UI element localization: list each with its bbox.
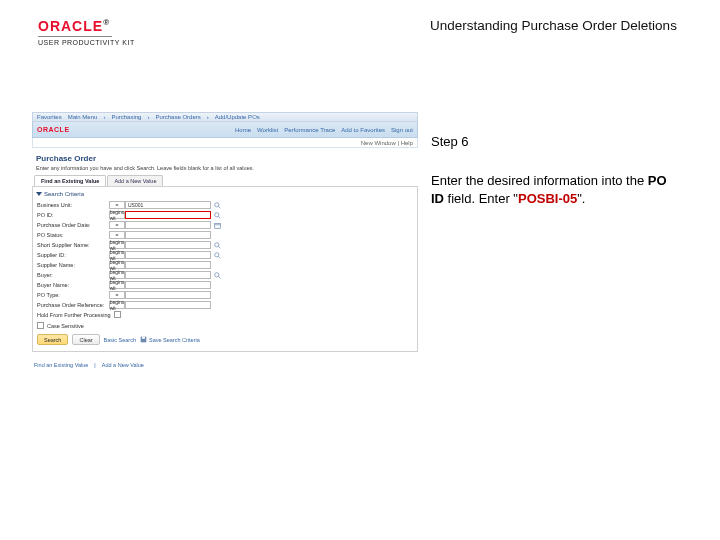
- breadcrumb-bar: Favorites Main Menu › Purchasing › Purch…: [32, 112, 418, 122]
- breadcrumb-item[interactable]: Add/Update POs: [215, 114, 260, 120]
- global-nav-bar: ORACLE Home Worklist Performance Trace A…: [32, 122, 418, 138]
- header: ORACLE® USER PRODUCTIVITY KIT Understand…: [38, 18, 690, 49]
- input-buyer-name[interactable]: [125, 281, 211, 289]
- section-header-text: Search Criteria: [44, 191, 84, 197]
- lookup-po-id[interactable]: [211, 211, 223, 219]
- footer-tabs: Find an Existing Value | Add a New Value: [32, 362, 418, 368]
- footer-sep: |: [94, 362, 95, 368]
- checkbox-hold[interactable]: [114, 311, 121, 318]
- input-short-supplier[interactable]: [125, 241, 211, 249]
- op-supplier-name[interactable]: begins wit: [109, 261, 125, 269]
- label-supplier-name: Supplier Name:: [37, 262, 109, 268]
- row-hold: Hold From Further Processing: [37, 311, 223, 318]
- label-po-status: PO Status:: [37, 232, 109, 238]
- basic-search-link[interactable]: Basic Search: [104, 337, 136, 343]
- input-po-date[interactable]: [125, 221, 211, 229]
- svg-point-2: [214, 212, 218, 216]
- tab-find-existing[interactable]: Find an Existing Value: [34, 175, 106, 186]
- instruction-text: Enter the desired information into the P…: [431, 172, 681, 207]
- input-po-reference[interactable]: [125, 301, 211, 309]
- label-po-type: PO Type:: [37, 292, 109, 298]
- save-search-text: Save Search Criteria: [149, 337, 200, 343]
- svg-point-8: [214, 252, 218, 256]
- breadcrumb-sep: ›: [147, 114, 149, 120]
- input-supplier-id[interactable]: [125, 251, 211, 259]
- input-buyer[interactable]: [125, 271, 211, 279]
- instr-value: POSBI-05: [518, 191, 577, 206]
- breadcrumb-sep: ›: [207, 114, 209, 120]
- label-buyer-name: Buyer Name:: [37, 282, 109, 288]
- instr-part3: ".: [577, 191, 585, 206]
- label-case-sensitive: Case Sensitive: [47, 323, 84, 329]
- label-business-unit: Business Unit:: [37, 202, 109, 208]
- svg-line-1: [218, 206, 220, 208]
- nav-signout[interactable]: Sign out: [391, 127, 413, 133]
- lookup-supplier-id[interactable]: [211, 251, 223, 259]
- label-po-reference: Purchase Order Reference:: [37, 302, 109, 308]
- window-help-text[interactable]: New Window | Help: [361, 140, 413, 146]
- breadcrumb-item[interactable]: Favorites: [37, 114, 62, 120]
- breadcrumb-item[interactable]: Main Menu: [68, 114, 98, 120]
- oracle-logo-block: ORACLE® USER PRODUCTIVITY KIT: [38, 18, 135, 46]
- label-po-date: Purchase Order Date:: [37, 222, 109, 228]
- oracle-logo: ORACLE®: [38, 18, 135, 34]
- nav-add-fav[interactable]: Add to Favorites: [341, 127, 385, 133]
- search-button[interactable]: Search: [37, 334, 68, 345]
- window-help-bar: New Window | Help: [32, 138, 418, 148]
- mini-oracle-logo: ORACLE: [37, 126, 70, 133]
- tab-add-new[interactable]: Add a New Value: [107, 175, 163, 186]
- nav-worklist[interactable]: Worklist: [257, 127, 278, 133]
- svg-line-3: [218, 216, 220, 218]
- input-po-id[interactable]: [125, 211, 211, 219]
- op-business-unit[interactable]: =: [109, 201, 125, 209]
- save-search-link[interactable]: Save Search Criteria: [140, 336, 200, 343]
- op-po-id[interactable]: begins wit: [109, 211, 125, 219]
- svg-line-9: [218, 256, 220, 258]
- footer-add-link[interactable]: Add a New Value: [102, 362, 144, 368]
- input-po-type[interactable]: [125, 291, 211, 299]
- op-po-date[interactable]: =: [109, 221, 125, 229]
- op-buyer-name[interactable]: begins wit: [109, 281, 125, 289]
- op-supplier-id[interactable]: begins wit: [109, 251, 125, 259]
- op-po-reference[interactable]: begins wit: [109, 301, 125, 309]
- label-buyer: Buyer:: [37, 272, 109, 278]
- trademark-icon: ®: [103, 18, 110, 27]
- breadcrumb-item[interactable]: Purchase Orders: [155, 114, 200, 120]
- svg-point-0: [214, 202, 218, 206]
- section-header[interactable]: Search Criteria: [37, 191, 413, 197]
- op-po-status[interactable]: =: [109, 231, 125, 239]
- component-title: Purchase Order: [36, 154, 418, 163]
- op-buyer[interactable]: begins wit: [109, 271, 125, 279]
- footer-find-link[interactable]: Find an Existing Value: [34, 362, 88, 368]
- upk-label: USER PRODUCTIVITY KIT: [38, 39, 135, 46]
- calendar-po-date[interactable]: [211, 221, 223, 229]
- input-business-unit[interactable]: US001: [125, 201, 211, 209]
- save-icon: [140, 336, 147, 343]
- app-screenshot: Favorites Main Menu › Purchasing › Purch…: [32, 112, 418, 368]
- checkbox-case-sensitive[interactable]: [37, 322, 44, 329]
- nav-perf-trace[interactable]: Performance Trace: [284, 127, 335, 133]
- op-po-type[interactable]: =: [109, 291, 125, 299]
- breadcrumb-item[interactable]: Purchasing: [111, 114, 141, 120]
- svg-rect-4: [214, 223, 220, 228]
- clear-button[interactable]: Clear: [72, 334, 99, 345]
- collapse-icon: [36, 192, 42, 196]
- search-form: Business Unit: = US001 PO ID: begins wit…: [37, 201, 413, 318]
- label-supplier-id: Supplier ID:: [37, 252, 109, 258]
- lookup-short-supplier[interactable]: [211, 241, 223, 249]
- svg-point-6: [214, 242, 218, 246]
- page-title: Understanding Purchase Order Deletions: [430, 18, 677, 33]
- instr-part2: field. Enter ": [444, 191, 518, 206]
- input-po-status[interactable]: [125, 231, 211, 239]
- breadcrumb-sep: ›: [103, 114, 105, 120]
- tab-strip: Find an Existing Value Add a New Value: [34, 175, 418, 186]
- svg-line-11: [218, 276, 220, 278]
- instr-part1: Enter the desired information into the: [431, 173, 648, 188]
- op-short-supplier[interactable]: begins wit: [109, 241, 125, 249]
- step-label: Step 6: [431, 134, 469, 149]
- lookup-business-unit[interactable]: [211, 201, 223, 209]
- search-panel: Search Criteria Business Unit: = US001 P…: [32, 186, 418, 352]
- lookup-buyer[interactable]: [211, 271, 223, 279]
- nav-home[interactable]: Home: [235, 127, 251, 133]
- input-supplier-name[interactable]: [125, 261, 211, 269]
